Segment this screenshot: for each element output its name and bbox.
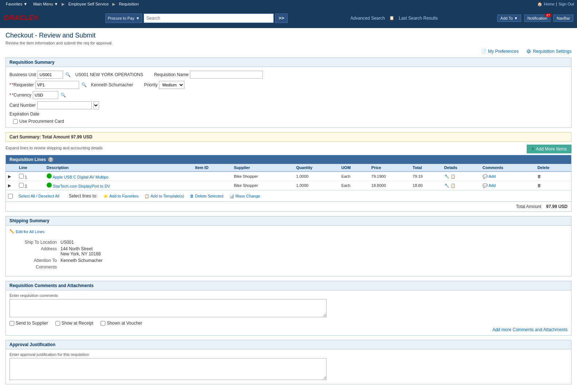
add-to-button[interactable]: Add To ▼ bbox=[497, 15, 521, 22]
table-row: ▶ 2 StarTech.com DisplayPort to DV Bike … bbox=[6, 181, 571, 190]
show-at-receipt-checkbox[interactable] bbox=[55, 321, 60, 326]
requester-input[interactable] bbox=[35, 81, 79, 89]
business-unit-desc: US001 NEW YORK OPERATIONS bbox=[75, 72, 143, 77]
nav-separator-2: ▶ bbox=[112, 2, 115, 7]
advanced-search-link[interactable]: Advanced Search bbox=[350, 16, 385, 21]
signout-link[interactable]: Sign Out bbox=[558, 2, 574, 6]
attention-to-value: Kenneth Schumacher bbox=[61, 258, 564, 263]
row2-expand[interactable]: ▶ bbox=[6, 181, 17, 190]
use-procurement-card-checkbox[interactable] bbox=[13, 119, 18, 124]
req-table-head: Line Description Item ID Supplier Quanti… bbox=[6, 164, 571, 172]
card-number-input[interactable] bbox=[37, 101, 92, 109]
shown-at-voucher-label[interactable]: Shown at Voucher bbox=[101, 321, 142, 326]
requester-lookup-icon[interactable]: 🔍 bbox=[81, 82, 87, 87]
req-comments-panel: Requisition Comments and Attachments Ent… bbox=[5, 281, 572, 336]
priority-select[interactable]: Low Medium High bbox=[159, 81, 184, 89]
main-menu-label: Main Menu bbox=[33, 2, 53, 6]
search-category-dropdown[interactable]: Procure to Pay ▼ bbox=[105, 13, 143, 23]
row2-details-icon[interactable]: 🔧 bbox=[444, 183, 449, 188]
col-header-supplier: Supplier bbox=[232, 164, 294, 172]
expiration-label: Expiration Date bbox=[9, 111, 39, 117]
row2-checkbox[interactable] bbox=[19, 183, 24, 188]
req-name-input[interactable] bbox=[190, 71, 263, 79]
address-line1: 144 North Street bbox=[61, 246, 564, 251]
comments-textarea[interactable] bbox=[9, 299, 327, 317]
row2-details-grid-icon[interactable]: 📋 bbox=[451, 183, 456, 188]
preferences-bar: 📄 My Preferences ⚙️ Requisition Settings bbox=[5, 49, 572, 54]
justification-textarea[interactable] bbox=[9, 358, 327, 380]
shown-at-voucher-checkbox[interactable] bbox=[101, 321, 105, 326]
row2-line-num: 2 bbox=[25, 184, 27, 188]
table-row: ▶ 1 Apple USB C Digital AV Multipo Bike … bbox=[6, 172, 571, 181]
requisition-breadcrumb[interactable]: Requisition bbox=[116, 2, 141, 6]
add-more-items-button-top[interactable]: + Add More Items bbox=[527, 145, 572, 153]
edit-all-lines-link[interactable]: ✏️ Edit for All Lines bbox=[9, 229, 568, 234]
shipping-body: ✏️ Edit for All Lines Ship To Location U… bbox=[6, 226, 571, 276]
requester-name: Kenneth Schumacher bbox=[91, 82, 133, 87]
home-link[interactable]: Home bbox=[544, 2, 554, 6]
row1-description-link[interactable]: Apple USB C Digital AV Multipo bbox=[52, 175, 108, 179]
row2-comments: 💬 Add bbox=[480, 181, 535, 190]
req-lines-header: Requisition Lines ? bbox=[6, 155, 571, 164]
row1-checkbox[interactable] bbox=[19, 174, 24, 179]
row1-details: 🔧 📋 bbox=[442, 172, 480, 181]
header-right: Add To ▼ Notification 87 NavBar bbox=[497, 15, 573, 22]
help-icon[interactable]: ? bbox=[48, 157, 53, 162]
page-subtitle: Review the item information and submit t… bbox=[5, 41, 572, 45]
add-more-comments-link[interactable]: Add more Comments and Attachments bbox=[492, 327, 568, 332]
col-header-quantity: Quantity bbox=[294, 164, 339, 172]
business-unit-input[interactable] bbox=[38, 71, 63, 79]
last-search-results-link[interactable]: Last Search Results bbox=[399, 16, 438, 21]
show-at-receipt-label[interactable]: Show at Receipt bbox=[55, 321, 93, 326]
page-title: Checkout - Review and Submit bbox=[5, 32, 572, 39]
row1-delete-icon[interactable]: 🗑 bbox=[537, 174, 541, 179]
my-preferences-link[interactable]: 📄 My Preferences bbox=[481, 49, 519, 54]
row1-comments-add-link[interactable]: Add bbox=[488, 174, 496, 179]
expand-add-row: Expand lines to review shipping and acco… bbox=[5, 145, 572, 153]
main-content: Checkout - Review and Submit Review the … bbox=[0, 28, 577, 392]
use-procurement-card-label[interactable]: Use Procurement Card bbox=[19, 119, 64, 124]
row2-description-link[interactable]: StarTech.com DisplayPort to DV bbox=[53, 184, 110, 188]
send-to-supplier-checkbox[interactable] bbox=[9, 321, 14, 326]
row2-delete-icon[interactable]: 🗑 bbox=[537, 183, 541, 188]
favorites-arrow: ▼ bbox=[23, 2, 27, 6]
form-row-3: *Currency 🔍 bbox=[9, 91, 568, 99]
col-header-line bbox=[6, 164, 17, 172]
col-header-uom: UOM bbox=[339, 164, 369, 172]
send-to-supplier-label[interactable]: Send to Supplier bbox=[9, 321, 48, 326]
ship-to-location-label: Ship To Location bbox=[13, 240, 57, 245]
favorites-menu[interactable]: Favorites ▼ bbox=[3, 2, 30, 6]
row1-details-icon[interactable]: 🔧 bbox=[444, 174, 449, 179]
req-settings-link[interactable]: ⚙️ Requisition Settings bbox=[526, 49, 572, 54]
oracle-logo: ORACLE® bbox=[4, 14, 46, 22]
select-all-link[interactable]: Select All / Deselect All bbox=[19, 194, 59, 198]
template-icon: 📋 bbox=[144, 194, 149, 199]
business-unit-lookup-icon[interactable]: 🔍 bbox=[65, 72, 71, 77]
delete-selected-link[interactable]: 🗑 Delete Selected bbox=[190, 194, 223, 198]
select-all-checkbox[interactable] bbox=[8, 194, 13, 199]
navbar-button[interactable]: NavBar bbox=[553, 15, 573, 22]
card-number-label: Card Number bbox=[9, 103, 36, 108]
add-to-arrow-icon: ▼ bbox=[514, 16, 518, 20]
header-bar: ORACLE® Procure to Pay ▼ >> Advanced Sea… bbox=[0, 8, 577, 28]
currency-lookup-icon[interactable]: 🔍 bbox=[61, 93, 66, 98]
search-input[interactable] bbox=[144, 13, 274, 23]
currency-input[interactable] bbox=[33, 91, 58, 99]
requester-field: *Requester 🔍 Kenneth Schumacher bbox=[9, 81, 133, 89]
employee-self-service[interactable]: Employee Self Service bbox=[65, 2, 112, 6]
notification-button[interactable]: Notification 87 bbox=[524, 15, 550, 22]
add-to-favorites-link[interactable]: ⭐ Add to Favorites bbox=[103, 194, 139, 199]
col-header-line-num: Line bbox=[17, 164, 44, 172]
main-menu-arrow: ▼ bbox=[54, 2, 58, 6]
row2-comments-add-link[interactable]: Add bbox=[488, 183, 496, 188]
search-button[interactable]: >> bbox=[275, 13, 288, 23]
main-menu[interactable]: Main Menu ▼ bbox=[30, 2, 61, 6]
row1-details-grid-icon[interactable]: 📋 bbox=[451, 174, 456, 179]
add-to-templates-link[interactable]: 📋 Add to Template(s) bbox=[144, 194, 184, 199]
req-table-body: ▶ 1 Apple USB C Digital AV Multipo Bike … bbox=[6, 172, 571, 190]
comments-footer: Add more Comments and Attachments bbox=[9, 327, 568, 332]
search-icon: 📋 bbox=[389, 16, 394, 20]
mass-change-link[interactable]: 📊 Mass Change bbox=[229, 194, 260, 199]
card-number-select[interactable] bbox=[93, 101, 99, 109]
row1-expand[interactable]: ▶ bbox=[6, 172, 17, 181]
